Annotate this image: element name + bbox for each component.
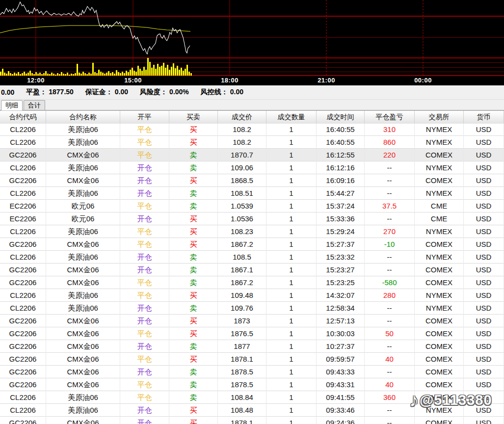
table-cell: COMEX	[415, 264, 464, 276]
table-cell: 平仓	[120, 353, 169, 366]
trade-row[interactable]: GC2206CMX金06开仓卖1877110:27:37--COMEXUSD	[0, 340, 504, 353]
table-cell: 开仓	[120, 315, 169, 327]
table-cell: 1878.1	[218, 353, 266, 366]
table-cell: CL2206	[0, 302, 46, 315]
trade-row[interactable]: EC2206欧元06平仓卖1.0539115:37:2437.5CMEUSD	[0, 200, 504, 212]
table-cell: -10	[365, 238, 415, 251]
table-cell: 1870.7	[218, 149, 266, 161]
table-cell: CME	[415, 200, 464, 212]
table-cell: GC2206	[0, 417, 46, 424]
trade-row[interactable]: CL2206美原油06开仓卖108.5115:23:32--NYMEXUSD	[0, 251, 504, 264]
trade-row[interactable]: GC2206CMX金06平仓卖1867.2115:23:25-580COMEXU…	[0, 276, 504, 289]
trade-row[interactable]: CL2206美原油06开仓买108.48109:33:46--NYMEXUSD	[0, 404, 504, 417]
table-cell: 37.5	[365, 200, 415, 212]
trade-row[interactable]: GC2206CMX金06平仓卖1870.7116:12:55220COMEXUS…	[0, 149, 504, 161]
table-cell: 开仓	[120, 366, 169, 378]
table-cell: 109.76	[218, 302, 266, 315]
table-cell: 50	[365, 327, 415, 340]
trade-row[interactable]: CL2206美原油06开仓卖108.51115:44:27--NYMEXUSD	[0, 187, 504, 200]
status-risk-line: 风控线：0.00	[201, 88, 243, 97]
table-cell: 买	[169, 353, 218, 366]
table-cell: CL2206	[0, 404, 46, 417]
table-cell: 16:09:16	[317, 174, 365, 187]
table-cell: 15:27:37	[317, 238, 365, 251]
table-cell: 40	[365, 353, 415, 366]
trade-row[interactable]: CL2206美原油06平仓买108.23115:29:24270NYMEXUSD	[0, 225, 504, 238]
table-cell: 1	[266, 123, 317, 136]
trade-row[interactable]: GC2206CMX金06开仓卖1867.1115:23:27--COMEXUSD	[0, 264, 504, 276]
table-cell: GC2206	[0, 378, 46, 391]
trade-row[interactable]: CL2206美原油06平仓买108.2116:40:55310NYMEXUSD	[0, 123, 504, 136]
table-cell: 860	[365, 136, 415, 149]
table-cell: 开仓	[120, 251, 169, 264]
table-cell: --	[365, 417, 415, 424]
table-cell: 1.0536	[218, 212, 266, 225]
table-cell: 欧元06	[46, 212, 120, 225]
tab-total[interactable]: 合计	[24, 100, 45, 110]
table-cell: CL2206	[0, 289, 46, 302]
table-cell: USD	[464, 391, 504, 404]
table-cell: USD	[464, 174, 504, 187]
column-header[interactable]: 成交时间	[317, 111, 365, 124]
table-cell: 1876.5	[218, 327, 266, 340]
column-header[interactable]: 成交数量	[266, 111, 317, 124]
trade-row[interactable]: CL2206美原油06平仓买108.2116:40:55860NYMEXUSD	[0, 136, 504, 149]
table-cell: GC2206	[0, 238, 46, 251]
table-cell: 15:33:36	[317, 212, 365, 225]
table-cell: 1	[266, 161, 317, 174]
column-header[interactable]: 平仓盈亏	[365, 111, 415, 124]
trade-row[interactable]: GC2206CMX金06开仓买1873112:57:13--COMEXUSD	[0, 315, 504, 327]
column-header[interactable]: 货币	[464, 111, 504, 124]
table-cell: USD	[464, 276, 504, 289]
table-cell: -580	[365, 276, 415, 289]
trade-row[interactable]: CL2206美原油06平仓卖108.84109:41:55360NYMEXUSD	[0, 391, 504, 404]
price-chart[interactable]	[0, 0, 504, 76]
table-cell: 12:57:13	[317, 315, 365, 327]
table-cell: USD	[464, 417, 504, 424]
table-cell: 平仓	[120, 276, 169, 289]
table-cell: 平仓	[120, 136, 169, 149]
table-cell: USD	[464, 123, 504, 136]
table-cell: USD	[464, 289, 504, 302]
column-header[interactable]: 开平	[120, 111, 169, 124]
trade-row[interactable]: CL2206美原油06开仓卖109.76112:58:34--NYMEXUSD	[0, 302, 504, 315]
trade-row[interactable]: GC2206CMX金06平仓买1876.5110:30:0350COMEXUSD	[0, 327, 504, 340]
table-cell: 108.84	[218, 391, 266, 404]
table-cell: 美原油06	[46, 187, 120, 200]
table-cell: NYMEX	[415, 289, 464, 302]
table-cell: NYMEX	[415, 251, 464, 264]
trade-row[interactable]: GC2206CMX金06开仓买1878.1109:24:36--COMEXUSD	[0, 417, 504, 424]
column-header[interactable]: 成交价	[218, 111, 266, 124]
column-header[interactable]: 买卖	[169, 111, 218, 124]
table-cell: 平仓	[120, 289, 169, 302]
trade-row[interactable]: GC2206CMX金06平仓买1867.2115:27:37-10COMEXUS…	[0, 238, 504, 251]
table-cell: USD	[464, 187, 504, 200]
status-margin: 保证金：0.00	[85, 88, 128, 97]
table-cell: 10:30:03	[317, 327, 365, 340]
table-cell: COMEX	[415, 238, 464, 251]
table-cell: GC2206	[0, 340, 46, 353]
table-body: CL2206美原油06平仓买108.2116:40:55310NYMEXUSDC…	[0, 123, 504, 424]
table-cell: 卖	[169, 264, 218, 276]
trade-row[interactable]: CL2206美原油06平仓买109.48114:32:07280NYMEXUSD	[0, 289, 504, 302]
table-cell: COMEX	[415, 149, 464, 161]
trade-row[interactable]: GC2206CMX金06开仓买1868.5116:09:16--COMEXUSD	[0, 174, 504, 187]
table-cell: 09:43:33	[317, 366, 365, 378]
column-header[interactable]: 合约代码	[0, 111, 46, 124]
table-cell: COMEX	[415, 340, 464, 353]
column-header[interactable]: 交易所	[415, 111, 464, 124]
column-header[interactable]: 合约名称	[46, 111, 120, 124]
table-cell: 09:59:57	[317, 353, 365, 366]
table-cell: 美原油06	[46, 302, 120, 315]
trade-row[interactable]: GC2206CMX金06平仓买1878.1109:59:5740COMEXUSD	[0, 353, 504, 366]
trade-row[interactable]: GC2206CMX金06平仓卖1878.5109:43:3140COMEXUSD	[0, 378, 504, 391]
trade-row[interactable]: GC2206CMX金06开仓卖1878.5109:43:33--COMEXUSD	[0, 366, 504, 378]
table-cell: 平仓	[120, 391, 169, 404]
tab-detail[interactable]: 明细	[1, 100, 23, 110]
trade-row[interactable]: EC2206欧元06开仓买1.0536115:33:36--CMEUSD	[0, 212, 504, 225]
table-cell: 15:23:32	[317, 251, 365, 264]
trade-row[interactable]: CL2206美原油06开仓卖109.06116:12:16--NYMEXUSD	[0, 161, 504, 174]
table-cell: 开仓	[120, 264, 169, 276]
table-cell: NYMEX	[415, 391, 464, 404]
table-cell: USD	[464, 404, 504, 417]
